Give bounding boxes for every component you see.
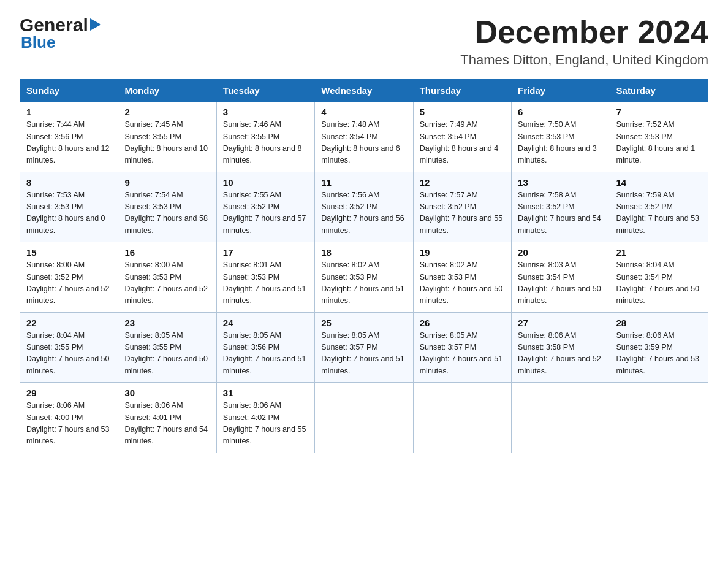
- day-number: 8: [26, 177, 112, 188]
- day-info: Sunrise: 7:48 AMSunset: 3:54 PMDaylight:…: [321, 120, 400, 164]
- day-info: Sunrise: 7:58 AMSunset: 3:52 PMDaylight:…: [518, 191, 601, 235]
- month-title: December 2024: [460, 15, 708, 50]
- calendar-day-cell: 31 Sunrise: 8:06 AMSunset: 4:02 PMDaylig…: [216, 383, 314, 453]
- calendar-day-cell: 14 Sunrise: 7:59 AMSunset: 3:52 PMDaylig…: [610, 172, 708, 242]
- calendar-day-cell: [315, 383, 413, 453]
- day-info: Sunrise: 8:06 AMSunset: 4:00 PMDaylight:…: [26, 401, 110, 445]
- day-number: 19: [420, 247, 505, 258]
- day-info: Sunrise: 8:05 AMSunset: 3:55 PMDaylight:…: [124, 331, 208, 375]
- day-number: 11: [321, 177, 406, 188]
- day-number: 7: [616, 107, 702, 117]
- calendar-day-cell: 27 Sunrise: 8:06 AMSunset: 3:58 PMDaylig…: [512, 312, 610, 383]
- col-wednesday: Wednesday: [315, 80, 413, 102]
- calendar-table: Sunday Monday Tuesday Wednesday Thursday…: [20, 79, 708, 453]
- day-number: 5: [420, 107, 505, 117]
- day-number: 17: [223, 247, 308, 258]
- logo: General Blue: [20, 15, 101, 52]
- calendar-day-cell: 5 Sunrise: 7:49 AMSunset: 3:54 PMDayligh…: [413, 102, 511, 172]
- day-number: 12: [420, 177, 505, 188]
- calendar-day-cell: 7 Sunrise: 7:52 AMSunset: 3:53 PMDayligh…: [610, 102, 708, 172]
- calendar-day-cell: [610, 383, 708, 453]
- logo-blue-text: Blue: [21, 33, 55, 52]
- calendar-day-cell: 11 Sunrise: 7:56 AMSunset: 3:52 PMDaylig…: [315, 172, 413, 242]
- calendar-day-cell: 6 Sunrise: 7:50 AMSunset: 3:53 PMDayligh…: [512, 102, 610, 172]
- day-info: Sunrise: 7:57 AMSunset: 3:52 PMDaylight:…: [420, 191, 503, 235]
- calendar-day-cell: 22 Sunrise: 8:04 AMSunset: 3:55 PMDaylig…: [20, 312, 118, 383]
- calendar-day-cell: 25 Sunrise: 8:05 AMSunset: 3:57 PMDaylig…: [315, 312, 413, 383]
- calendar-day-cell: 9 Sunrise: 7:54 AMSunset: 3:53 PMDayligh…: [118, 172, 216, 242]
- day-info: Sunrise: 7:50 AMSunset: 3:53 PMDaylight:…: [518, 120, 597, 164]
- logo-triangle-icon: [90, 18, 101, 33]
- day-info: Sunrise: 8:02 AMSunset: 3:53 PMDaylight:…: [420, 261, 503, 305]
- day-info: Sunrise: 7:56 AMSunset: 3:52 PMDaylight:…: [321, 191, 404, 235]
- calendar-week-row: 29 Sunrise: 8:06 AMSunset: 4:00 PMDaylig…: [20, 383, 708, 453]
- calendar-week-row: 22 Sunrise: 8:04 AMSunset: 3:55 PMDaylig…: [20, 312, 708, 383]
- day-number: 28: [616, 318, 702, 328]
- title-area: December 2024 Thames Ditton, England, Un…: [460, 15, 708, 68]
- day-number: 24: [223, 318, 308, 328]
- day-number: 6: [518, 107, 603, 117]
- col-sunday: Sunday: [20, 80, 118, 102]
- calendar-day-cell: 2 Sunrise: 7:45 AMSunset: 3:55 PMDayligh…: [118, 102, 216, 172]
- day-number: 26: [420, 318, 505, 328]
- col-saturday: Saturday: [610, 80, 708, 102]
- col-thursday: Thursday: [413, 80, 511, 102]
- day-number: 3: [223, 107, 308, 117]
- day-number: 15: [26, 247, 112, 258]
- day-number: 18: [321, 247, 406, 258]
- calendar-day-cell: 10 Sunrise: 7:55 AMSunset: 3:52 PMDaylig…: [216, 172, 314, 242]
- day-info: Sunrise: 7:44 AMSunset: 3:56 PMDaylight:…: [26, 120, 110, 164]
- calendar-day-cell: 8 Sunrise: 7:53 AMSunset: 3:53 PMDayligh…: [20, 172, 118, 242]
- calendar-day-cell: 15 Sunrise: 8:00 AMSunset: 3:52 PMDaylig…: [20, 242, 118, 313]
- page-header: General Blue December 2024 Thames Ditton…: [20, 15, 708, 68]
- day-number: 10: [223, 177, 308, 188]
- day-number: 25: [321, 318, 406, 328]
- day-number: 14: [616, 177, 702, 188]
- day-info: Sunrise: 8:04 AMSunset: 3:55 PMDaylight:…: [26, 331, 110, 375]
- day-info: Sunrise: 7:49 AMSunset: 3:54 PMDaylight:…: [420, 120, 499, 164]
- col-tuesday: Tuesday: [216, 80, 314, 102]
- calendar-day-cell: 24 Sunrise: 8:05 AMSunset: 3:56 PMDaylig…: [216, 312, 314, 383]
- calendar-day-cell: 16 Sunrise: 8:00 AMSunset: 3:53 PMDaylig…: [118, 242, 216, 313]
- calendar-day-cell: 23 Sunrise: 8:05 AMSunset: 3:55 PMDaylig…: [118, 312, 216, 383]
- day-info: Sunrise: 8:05 AMSunset: 3:56 PMDaylight:…: [223, 331, 306, 375]
- day-number: 29: [26, 388, 112, 398]
- calendar-day-cell: [512, 383, 610, 453]
- day-info: Sunrise: 7:54 AMSunset: 3:53 PMDaylight:…: [124, 191, 208, 235]
- calendar-day-cell: 13 Sunrise: 7:58 AMSunset: 3:52 PMDaylig…: [512, 172, 610, 242]
- day-info: Sunrise: 8:01 AMSunset: 3:53 PMDaylight:…: [223, 261, 306, 305]
- day-number: 2: [124, 107, 210, 117]
- calendar-week-row: 8 Sunrise: 7:53 AMSunset: 3:53 PMDayligh…: [20, 172, 708, 242]
- calendar-day-cell: 20 Sunrise: 8:03 AMSunset: 3:54 PMDaylig…: [512, 242, 610, 313]
- col-monday: Monday: [118, 80, 216, 102]
- day-number: 22: [26, 318, 112, 328]
- day-info: Sunrise: 8:06 AMSunset: 4:01 PMDaylight:…: [124, 401, 208, 445]
- calendar-day-cell: 4 Sunrise: 7:48 AMSunset: 3:54 PMDayligh…: [315, 102, 413, 172]
- day-info: Sunrise: 8:03 AMSunset: 3:54 PMDaylight:…: [518, 261, 601, 305]
- day-info: Sunrise: 8:00 AMSunset: 3:53 PMDaylight:…: [124, 261, 208, 305]
- header-row: Sunday Monday Tuesday Wednesday Thursday…: [20, 80, 708, 102]
- calendar-day-cell: 18 Sunrise: 8:02 AMSunset: 3:53 PMDaylig…: [315, 242, 413, 313]
- day-info: Sunrise: 7:46 AMSunset: 3:55 PMDaylight:…: [223, 120, 302, 164]
- day-number: 31: [223, 388, 308, 398]
- day-info: Sunrise: 7:52 AMSunset: 3:53 PMDaylight:…: [616, 120, 696, 164]
- day-info: Sunrise: 8:06 AMSunset: 3:59 PMDaylight:…: [616, 331, 700, 375]
- day-number: 4: [321, 107, 406, 117]
- day-info: Sunrise: 8:05 AMSunset: 3:57 PMDaylight:…: [420, 331, 503, 375]
- calendar-day-cell: 21 Sunrise: 8:04 AMSunset: 3:54 PMDaylig…: [610, 242, 708, 313]
- calendar-body: 1 Sunrise: 7:44 AMSunset: 3:56 PMDayligh…: [20, 102, 708, 453]
- calendar-day-cell: [413, 383, 511, 453]
- day-number: 23: [124, 318, 210, 328]
- calendar-day-cell: 29 Sunrise: 8:06 AMSunset: 4:00 PMDaylig…: [20, 383, 118, 453]
- calendar-week-row: 1 Sunrise: 7:44 AMSunset: 3:56 PMDayligh…: [20, 102, 708, 172]
- calendar-day-cell: 28 Sunrise: 8:06 AMSunset: 3:59 PMDaylig…: [610, 312, 708, 383]
- day-info: Sunrise: 8:00 AMSunset: 3:52 PMDaylight:…: [26, 261, 110, 305]
- day-number: 27: [518, 318, 603, 328]
- calendar-day-cell: 30 Sunrise: 8:06 AMSunset: 4:01 PMDaylig…: [118, 383, 216, 453]
- calendar-day-cell: 12 Sunrise: 7:57 AMSunset: 3:52 PMDaylig…: [413, 172, 511, 242]
- day-info: Sunrise: 8:05 AMSunset: 3:57 PMDaylight:…: [321, 331, 404, 375]
- day-number: 20: [518, 247, 603, 258]
- calendar-day-cell: 17 Sunrise: 8:01 AMSunset: 3:53 PMDaylig…: [216, 242, 314, 313]
- logo-general-text: General: [20, 15, 88, 36]
- col-friday: Friday: [512, 80, 610, 102]
